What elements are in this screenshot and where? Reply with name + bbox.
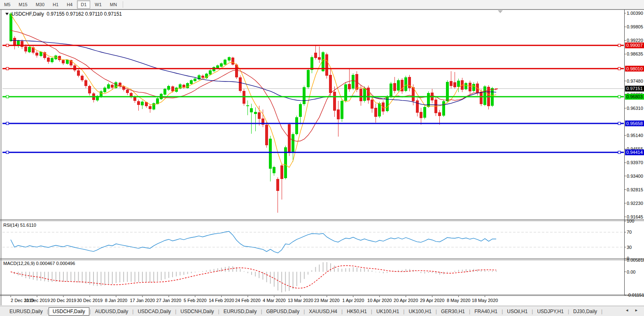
svg-text:5 Feb 2020: 5 Feb 2020: [184, 298, 207, 303]
tab-divider: |: [601, 309, 603, 314]
chart-title: USDCHF,Daily 0.97155 0.97162 0.97110 0.9…: [5, 11, 122, 17]
timeframe-button-m30[interactable]: M30: [32, 0, 48, 9]
svg-text:0.92230: 0.92230: [627, 201, 643, 206]
symbol-dropdown-icon[interactable]: [5, 13, 9, 15]
slow-ma: [11, 40, 496, 105]
svg-text:0.97480: 0.97480: [627, 79, 643, 84]
autoscroll-marker-icon[interactable]: [498, 10, 503, 13]
macd-label: MACD(12,26,9) 0.000467 0.000496: [3, 261, 75, 266]
svg-text:0.92815: 0.92815: [627, 187, 643, 192]
chart-tab-eurusd-daily[interactable]: EURUSD,Daily: [220, 307, 261, 316]
svg-text:20 Apr 2020: 20 Apr 2020: [394, 298, 418, 303]
chart-tab-gbpusd-daily[interactable]: GBPUSD,Daily: [263, 307, 303, 316]
chart-tab-fra40-h1[interactable]: FRA40,H1: [471, 307, 501, 316]
chart-tab-usdjpy-h1[interactable]: USDJPY,H1: [533, 307, 567, 316]
svg-text:4 Mar 2020: 4 Mar 2020: [263, 298, 286, 303]
svg-text:0.96310: 0.96310: [627, 106, 643, 111]
chart-tab-usdcnh-daily[interactable]: USDCNH,Daily: [177, 307, 217, 316]
svg-text:23 Mar 2020: 23 Mar 2020: [314, 298, 340, 303]
svg-text:14 Feb 2020: 14 Feb 2020: [209, 298, 234, 303]
svg-text:17 Jan 2020: 17 Jan 2020: [130, 298, 155, 303]
svg-text:0.99805: 0.99805: [627, 24, 643, 29]
horizontal-line[interactable]: [2, 151, 624, 153]
svg-text:18 May 2020: 18 May 2020: [472, 298, 498, 303]
svg-text:0.95658: 0.95658: [626, 121, 643, 126]
timeframe-button-d1[interactable]: D1: [77, 0, 90, 9]
svg-text:20 Dec 2019: 20 Dec 2019: [51, 298, 76, 303]
rsi-indicator: [2, 231, 624, 253]
svg-text:1.00390: 1.00390: [627, 11, 643, 16]
toolbar-separator: [123, 1, 123, 8]
rsi-label: RSI(14) 51.6110: [3, 223, 36, 228]
svg-text:0.98635: 0.98635: [627, 51, 643, 56]
svg-text:0.00: 0.00: [627, 270, 635, 274]
svg-text:1 Apr 2020: 1 Apr 2020: [342, 298, 364, 303]
svg-text:0.005818: 0.005818: [627, 258, 644, 263]
svg-text:0.99007: 0.99007: [626, 43, 643, 48]
svg-text:-0.011514: -0.011514: [627, 293, 644, 297]
chart-canvas[interactable]: 1.003900.998050.992200.986350.974800.968…: [0, 0, 644, 316]
timeframe-button-h4[interactable]: H4: [63, 0, 76, 9]
rsi-axis[interactable]: 10070300: [624, 218, 634, 261]
svg-text:8 May 2020: 8 May 2020: [447, 298, 470, 303]
chart-tab-eurusd-daily[interactable]: EURUSD,Daily: [6, 307, 47, 316]
tab-scroll-left-icon[interactable]: ◄: [625, 308, 629, 312]
svg-text:0.95140: 0.95140: [627, 133, 643, 138]
chart-tab-xauusd-h4[interactable]: XAUUSD,H4: [305, 307, 341, 316]
timeframe-button-m15[interactable]: M15: [15, 0, 31, 9]
chart-tab-usoil-h1[interactable]: USOil,H1: [503, 307, 531, 316]
date-axis[interactable]: 2 Dec 201911 Dec 201920 Dec 201930 Dec 2…: [11, 296, 498, 303]
macd-indicator: [11, 262, 496, 293]
svg-text:8 Jan 2020: 8 Jan 2020: [105, 298, 127, 303]
svg-text:70: 70: [627, 230, 632, 235]
svg-text:29 Apr 2020: 29 Apr 2020: [420, 298, 444, 303]
timeframe-button-mn[interactable]: MN: [106, 0, 121, 9]
chart-tab-usdcad-daily[interactable]: USDCAD,Daily: [134, 307, 175, 316]
svg-text:10 Apr 2020: 10 Apr 2020: [367, 298, 392, 303]
timeframe-button-w1[interactable]: W1: [91, 0, 105, 9]
chart-tabs-bar: EURUSD,Daily|USDCHF,Daily|AUDUSD,Daily|U…: [0, 306, 644, 316]
svg-text:27 Jan 2020: 27 Jan 2020: [156, 298, 182, 303]
macd-axis[interactable]: 0.0058180.00-0.011514: [624, 258, 644, 297]
svg-text:0.96803: 0.96803: [626, 94, 643, 99]
svg-text:0.93970: 0.93970: [627, 160, 643, 165]
chart-tab-ger30-h1[interactable]: GER30,H1: [437, 307, 469, 316]
chart-tab-uk100-h1[interactable]: UK100,H1: [373, 307, 403, 316]
price-axis[interactable]: 1.003900.998050.992200.986350.974800.968…: [624, 11, 643, 219]
tab-scroll-arrows: ◄ ►: [625, 308, 638, 312]
price-badges: 0.990070.980100.968030.956580.944140.971…: [625, 42, 644, 155]
tab-scroll-right-icon[interactable]: ►: [635, 308, 638, 312]
svg-text:24 Feb 2020: 24 Feb 2020: [235, 298, 261, 303]
timeframe-button-m5[interactable]: M5: [0, 0, 14, 9]
candlestick-series: [9, 12, 497, 213]
chart-tab-uk100-h1[interactable]: UK100,H1: [405, 307, 435, 316]
svg-text:13 Mar 2020: 13 Mar 2020: [288, 298, 313, 303]
timeframe-button-h1[interactable]: H1: [49, 0, 62, 9]
svg-text:30 Dec 2019: 30 Dec 2019: [77, 298, 103, 303]
horizontal-line[interactable]: [2, 44, 624, 46]
svg-text:0.99220: 0.99220: [627, 38, 643, 43]
timeframe-toolbar: M5M15M30H1H4D1W1MN: [0, 0, 644, 9]
svg-text:0.97151: 0.97151: [626, 86, 643, 91]
chart-title-ohlc-spacer: [44, 11, 47, 17]
chart-title-symbol: USDCHF,Daily: [12, 11, 44, 17]
chart-title-ohlc: 0.97155 0.97162 0.97110 0.97151: [47, 11, 122, 17]
svg-text:11 Dec 2019: 11 Dec 2019: [24, 298, 50, 303]
chart-tab-hk50-h1[interactable]: HK50,H1: [343, 307, 371, 316]
svg-text:100: 100: [627, 218, 634, 223]
chart-tabs: EURUSD,Daily|USDCHF,Daily|AUDUSD,Daily|U…: [0, 307, 603, 316]
svg-text:0.94414: 0.94414: [626, 150, 643, 155]
svg-text:0.93400: 0.93400: [627, 174, 643, 179]
horizontal-line[interactable]: [2, 95, 624, 98]
chart-tab-dj30-daily[interactable]: DJ30,Daily: [569, 307, 601, 316]
horizontal-line[interactable]: [2, 122, 624, 125]
svg-text:0.98010: 0.98010: [626, 66, 643, 71]
chart-tab-audusd-daily[interactable]: AUDUSD,Daily: [91, 307, 132, 316]
fast-ma: [11, 14, 496, 167]
chart-tab-usdchf-daily[interactable]: USDCHF,Daily: [49, 307, 89, 316]
svg-text:30: 30: [627, 245, 632, 250]
